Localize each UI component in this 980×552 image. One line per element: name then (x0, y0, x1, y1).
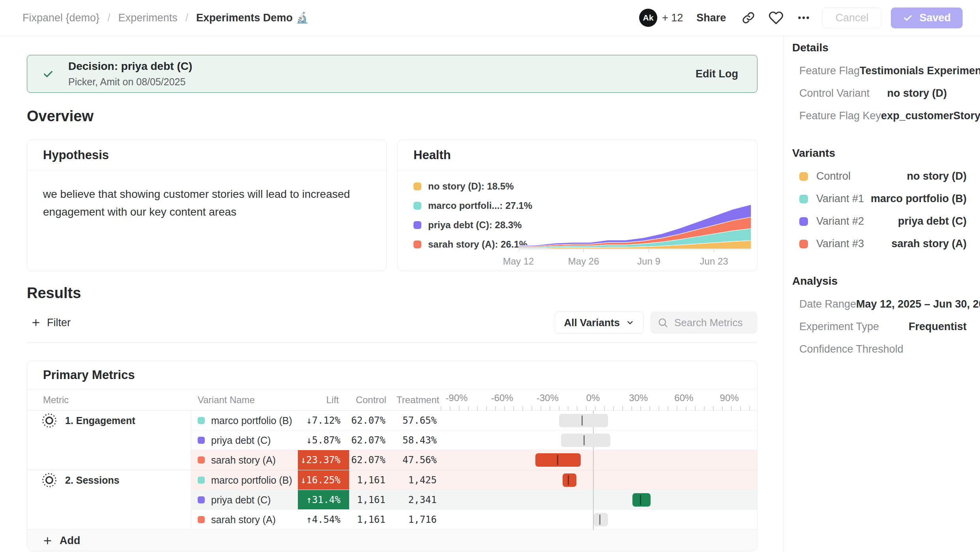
breadcrumb-separator: / (185, 12, 189, 24)
variant-name: marco portfolio (B) (211, 475, 292, 486)
add-label: Add (60, 535, 80, 547)
health-x-axis: May 12May 26Jun 9Jun 23 (518, 256, 751, 268)
point-estimate-marker (599, 514, 600, 525)
control-value: 62.07% (349, 411, 396, 430)
main-content: Decision: priya debt (C) Picker, Amit on… (0, 36, 783, 552)
treatment-value: 2,341 (396, 490, 448, 510)
search-icon (657, 317, 668, 328)
metric-name: 2. Sessions (65, 475, 120, 486)
lift-value: ↑4.54% (298, 510, 349, 529)
axis-tick-label: 60% (674, 392, 693, 404)
analysis-value: May 12, 2025 – Jun 30, 2025 (856, 298, 980, 310)
axis-minor-ticks (441, 406, 757, 411)
top-header: Fixpanel {demo} / Experiments / Experime… (0, 0, 980, 36)
ci-chart-cell (448, 470, 757, 490)
breadcrumb-app[interactable]: Fixpanel {demo} (22, 12, 99, 24)
variant-cell[interactable]: sarah story (A) (191, 450, 298, 470)
variant-swatch (198, 496, 205, 503)
treatment-value: 57.65% (396, 411, 448, 430)
variants-rows: Controlno story (D)Variant #1marco portf… (784, 165, 980, 255)
avatar[interactable]: Ak (639, 9, 657, 27)
x-axis-label: May 12 (503, 256, 534, 267)
row-divider (191, 450, 757, 450)
variant-cell[interactable]: sarah story (A) (191, 510, 298, 529)
search-metrics-box (650, 312, 757, 334)
ci-chart-cell (448, 510, 757, 529)
variant-value: marco portfolio (B) (871, 193, 967, 205)
ci-chart-cell (448, 490, 757, 510)
search-metrics-input[interactable] (673, 316, 750, 329)
point-estimate-marker (582, 415, 583, 426)
filter-label: Filter (47, 317, 71, 329)
breadcrumb-experiments[interactable]: Experiments (118, 12, 178, 24)
add-metric-button[interactable]: Add (27, 529, 757, 551)
row-divider (191, 509, 757, 510)
detail-value[interactable]: exp_customerStory (881, 110, 980, 122)
control-value: 1,161 (349, 490, 396, 510)
detail-value[interactable]: Testimonials Experiment (860, 65, 980, 77)
confidence-interval-bar (563, 473, 576, 487)
legend-item: sarah story (A): 26.1% (413, 239, 532, 250)
column-header-variant: Variant Name (191, 394, 298, 406)
ci-chart-cell (448, 450, 757, 470)
breadcrumb-current-page: Experiments Demo 🔬 (196, 11, 309, 24)
breadcrumb-separator: / (107, 12, 110, 24)
share-button[interactable]: Share (692, 12, 730, 24)
health-area-chart (518, 202, 751, 253)
x-axis-label: Jun 9 (637, 256, 660, 267)
column-header-lift: Lift (298, 394, 349, 406)
health-legend: no story (D): 18.5%marco portfoli...: 27… (413, 181, 532, 250)
analysis-value: Frequentist (909, 321, 967, 333)
detail-value: no story (D) (887, 87, 947, 100)
metric-cell[interactable]: 2. Sessions (27, 470, 191, 490)
metrics-table-body: 1. Engagementmarco portfolio (B)↓7.12%62… (27, 411, 757, 529)
variant-swatch (198, 456, 205, 464)
decision-banner: Decision: priya debt (C) Picker, Amit on… (27, 55, 757, 93)
details-row: Feature FlagTestimonials Experiment (784, 60, 980, 82)
variant-cell[interactable]: priya debt (C) (191, 430, 298, 450)
confidence-interval-bar (594, 513, 608, 526)
variant-row: Variant #1marco portfolio (B) (784, 188, 980, 210)
health-card: Health no story (D): 18.5%marco portfoli… (397, 139, 757, 271)
variant-swatch (799, 195, 808, 203)
cancel-button[interactable]: Cancel (822, 8, 881, 28)
analysis-rows: Date RangeMay 12, 2025 – Jun 30, 2025Exp… (784, 293, 980, 360)
edit-log-button[interactable]: Edit Log (696, 68, 738, 80)
avatar-initials: Ak (643, 13, 654, 23)
variant-cell[interactable]: marco portfolio (B) (191, 470, 298, 490)
decision-subtitle: Picker, Amit on 08/05/2025 (68, 76, 192, 88)
x-axis-label: Jun 23 (700, 256, 728, 267)
row-divider (191, 430, 757, 430)
metrics-table-header: Metric Variant Name Lift Control Treatme… (27, 389, 757, 411)
details-sidebar: Details Feature FlagTestimonials Experim… (783, 36, 980, 552)
variant-swatch (799, 217, 808, 226)
analysis-heading: Analysis (792, 275, 980, 287)
collaborators-count[interactable]: + 12 (662, 12, 683, 24)
more-menu-icon[interactable] (795, 9, 813, 27)
control-value: 62.07% (349, 430, 396, 450)
copy-link-icon[interactable] (739, 9, 757, 27)
axis-tick-label: 0% (586, 392, 600, 404)
analysis-label: Confidence Threshold (799, 343, 903, 355)
variant-cell[interactable]: marco portfolio (B) (191, 411, 298, 430)
add-filter-button[interactable]: Filter (27, 317, 75, 329)
primary-metrics-title: Primary Metrics (27, 361, 757, 389)
favorite-heart-icon[interactable] (767, 9, 785, 27)
point-estimate-marker (640, 495, 641, 505)
details-heading: Details (792, 41, 980, 54)
axis-tick-label: 90% (720, 392, 739, 404)
metric-cell-holder: 2. Sessions (27, 470, 191, 529)
chevron-down-icon (625, 318, 635, 327)
control-value: 1,161 (349, 510, 396, 529)
x-axis-label: May 26 (568, 256, 599, 267)
variant-row: Variant #2priya debt (C) (784, 210, 980, 233)
variant-filter-dropdown[interactable]: All Variants (555, 312, 644, 334)
variant-cell[interactable]: priya debt (C) (191, 490, 298, 510)
details-rows: Feature FlagTestimonials ExperimentContr… (784, 60, 980, 127)
variant-swatch (198, 417, 205, 424)
variant-swatch (799, 240, 808, 248)
saved-button[interactable]: Saved (891, 8, 963, 28)
metric-cell[interactable]: 1. Engagement (27, 411, 191, 430)
variant-value: priya debt (C) (898, 215, 967, 227)
axis-tick-label: 30% (629, 392, 648, 404)
